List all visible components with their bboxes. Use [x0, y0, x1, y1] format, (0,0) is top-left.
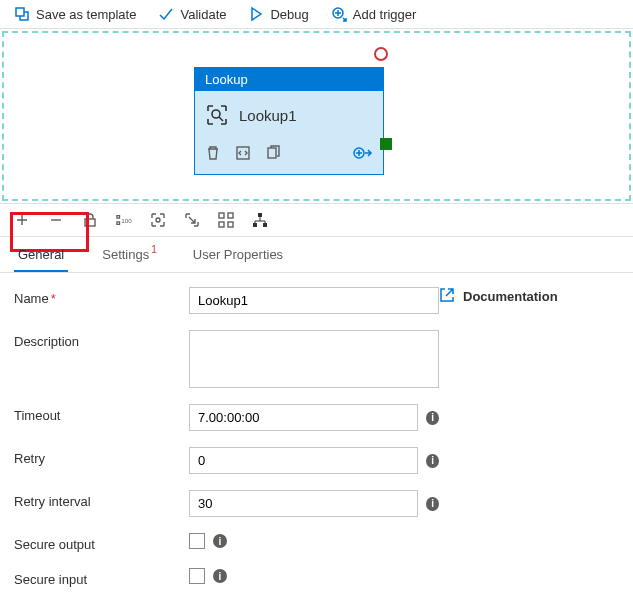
- secure-input-checkbox[interactable]: [189, 568, 205, 584]
- add-trigger-button[interactable]: Add trigger: [331, 6, 417, 22]
- secure-input-label: Secure input: [14, 568, 189, 587]
- pipeline-canvas[interactable]: Lookup Lookup1: [2, 31, 631, 201]
- info-icon[interactable]: i: [426, 454, 439, 468]
- layout-icon[interactable]: [218, 212, 234, 228]
- svg-rect-10: [228, 213, 233, 218]
- info-icon[interactable]: i: [426, 497, 439, 511]
- secure-output-checkbox[interactable]: [189, 533, 205, 549]
- description-input[interactable]: [189, 330, 439, 388]
- general-form: Name* Documentation Description Timeout …: [0, 273, 633, 601]
- debug-label: Debug: [270, 7, 308, 22]
- save-template-button[interactable]: Save as template: [14, 6, 136, 22]
- fit-screen-icon[interactable]: [150, 212, 166, 228]
- save-template-label: Save as template: [36, 7, 136, 22]
- property-tabs: General Settings1 User Properties: [0, 237, 633, 273]
- retry-label: Retry: [14, 447, 189, 466]
- tab-settings[interactable]: Settings1: [98, 237, 159, 272]
- svg-point-8: [156, 218, 160, 222]
- check-icon: [158, 6, 174, 22]
- svg-rect-0: [16, 8, 24, 16]
- add-trigger-icon: [331, 6, 347, 22]
- copy-icon[interactable]: [265, 145, 281, 164]
- validation-error-indicator[interactable]: [374, 47, 388, 61]
- add-output-icon[interactable]: [353, 145, 373, 164]
- add-trigger-label: Add trigger: [353, 7, 417, 22]
- top-toolbar: Save as template Validate Debug Add trig…: [0, 0, 633, 29]
- tab-user-properties[interactable]: User Properties: [189, 237, 287, 272]
- svg-rect-11: [219, 222, 224, 227]
- svg-rect-15: [263, 223, 267, 227]
- lookup-activity[interactable]: Lookup Lookup1: [194, 67, 384, 175]
- svg-rect-4: [268, 148, 276, 158]
- name-label: Name*: [14, 287, 189, 306]
- delete-icon[interactable]: [205, 145, 221, 164]
- svg-text:100%: 100%: [121, 217, 132, 224]
- auto-align-icon[interactable]: [184, 212, 200, 228]
- code-view-icon[interactable]: [235, 145, 251, 164]
- settings-error-badge: 1: [151, 244, 157, 255]
- validate-label: Validate: [180, 7, 226, 22]
- description-label: Description: [14, 330, 189, 349]
- retry-interval-input[interactable]: [189, 490, 418, 517]
- svg-rect-13: [258, 213, 262, 217]
- save-template-icon: [14, 6, 30, 22]
- svg-rect-12: [228, 222, 233, 227]
- svg-rect-14: [253, 223, 257, 227]
- name-input[interactable]: [189, 287, 439, 314]
- svg-rect-6: [85, 219, 95, 226]
- hierarchy-icon[interactable]: [252, 212, 268, 228]
- secure-output-label: Secure output: [14, 533, 189, 552]
- canvas-toolbar: 100%: [0, 203, 633, 237]
- lock-icon[interactable]: [82, 212, 98, 228]
- zoom-in-icon[interactable]: [14, 212, 30, 228]
- activity-title: Lookup1: [239, 107, 297, 124]
- success-connector-handle[interactable]: [380, 138, 392, 150]
- info-icon[interactable]: i: [426, 411, 439, 425]
- tab-general[interactable]: General: [14, 237, 68, 272]
- svg-rect-9: [219, 213, 224, 218]
- debug-button[interactable]: Debug: [248, 6, 308, 22]
- timeout-input[interactable]: [189, 404, 418, 431]
- zoom-out-icon[interactable]: [48, 212, 64, 228]
- svg-point-2: [212, 110, 220, 118]
- open-external-icon: [439, 287, 455, 306]
- validate-button[interactable]: Validate: [158, 6, 226, 22]
- info-icon[interactable]: i: [213, 534, 227, 548]
- info-icon[interactable]: i: [213, 569, 227, 583]
- zoom-100-icon[interactable]: 100%: [116, 212, 132, 228]
- documentation-link[interactable]: Documentation: [439, 287, 619, 306]
- retry-input[interactable]: [189, 447, 418, 474]
- lookup-icon: [205, 103, 229, 127]
- retry-interval-label: Retry interval: [14, 490, 189, 509]
- activity-type-label: Lookup: [195, 68, 383, 91]
- timeout-label: Timeout: [14, 404, 189, 423]
- play-icon: [248, 6, 264, 22]
